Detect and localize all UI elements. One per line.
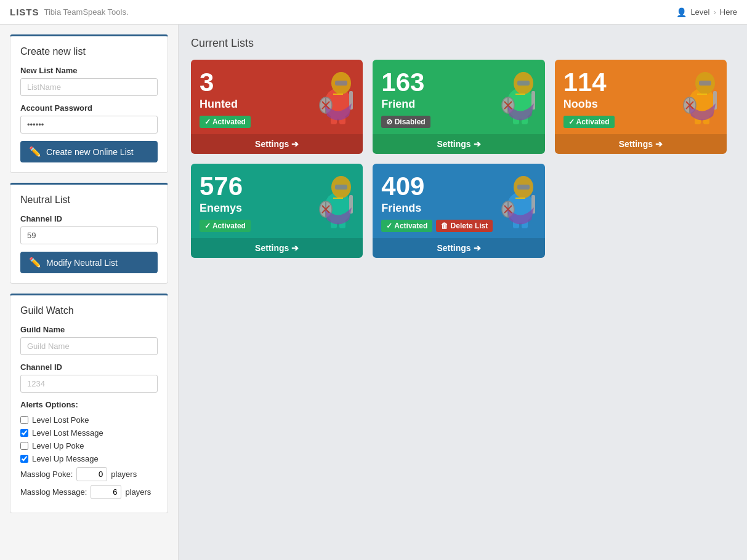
checkbox-lvl-up-msg[interactable] [20,455,28,463]
new-list-title: Create new list [20,46,158,57]
main-title: Current Lists [191,37,735,50]
card-footer-friend[interactable]: Settings ➔ [373,134,544,154]
sidebar: Create new list New List Name Account Pa… [0,25,179,560]
card-badges-friend: ⊘ Disabled [381,116,430,128]
header: LISTS Tibia TeamSpeak Tools. 👤 Level › H… [0,0,747,25]
card-name-enemys: Enemys [200,202,251,215]
card-footer-hunted[interactable]: Settings ➔ [191,134,363,154]
header-subtitle: Tibia TeamSpeak Tools. [44,7,129,17]
svg-rect-24 [699,81,711,86]
create-button-label: Create new Online List [46,147,134,157]
new-list-name-input[interactable] [20,78,158,96]
modify-neutral-list-button[interactable]: ✏️ Modify Neutral List [20,252,158,273]
card-left-noobs: 114 Noobs ✓ Activated [563,70,615,128]
card-left-enemys: 576 Enemys ✓ Activated [200,174,251,232]
neutral-channel-label: Channel ID [20,214,158,223]
card-warrior-friends [496,164,545,238]
guild-name-label: Guild Name [20,325,158,334]
card-name-friend: Friend [381,98,430,111]
badge-activated-friends: ✓ Activated [381,220,432,232]
card-body-enemys: 576 Enemys ✓ Activated [191,164,363,238]
checkbox-group-lvl-up-poke: Level Up Poke [20,441,158,450]
card-name-noobs: Noobs [563,98,615,111]
card-count-noobs: 114 [563,70,615,95]
checkbox-lvl-lost-msg[interactable] [20,429,28,437]
neutral-channel-input[interactable] [20,226,158,244]
card-warrior-enemys [313,164,363,238]
guild-channel-input[interactable] [20,375,158,393]
layout: Create new list New List Name Account Pa… [0,25,747,560]
neutral-list-section: Neutral List Channel ID ✏️ Modify Neutra… [10,183,168,284]
card-body-friend: 163 Friend ⊘ Disabled [373,60,544,134]
header-lists-label: LISTS [10,7,39,17]
checkbox-group-lvl-lost-poke: Level Lost Poke [20,415,158,425]
neutral-list-title: Neutral List [20,194,158,206]
checkbox-label-lvl-up-poke: Level Up Poke [32,441,84,450]
badge-activated-noobs: ✓ Activated [563,116,615,128]
card-count-enemys: 576 [200,174,251,199]
card-body-noobs: 114 Noobs ✓ Activated [555,60,727,134]
guild-channel-label: Channel ID [20,362,158,372]
card-name-hunted: Hunted [200,98,251,111]
create-online-list-button[interactable]: ✏️ Create new Online List [20,141,158,162]
card-friend[interactable]: 163 Friend ⊘ Disabled Settings ➔ [373,60,544,154]
masslog-poke-input[interactable] [76,467,107,481]
masslog-msg-input[interactable] [91,485,121,499]
checkbox-lvl-lost-poke[interactable] [20,416,28,424]
masslog-msg-label: Masslog Message: [20,487,87,497]
masslog-poke-players: players [111,470,137,479]
header-right: 👤 Level › Here [676,7,737,17]
card-name-friends: Friends [381,202,493,215]
checkbox-label-lvl-up-msg: Level Up Message [32,454,99,463]
masslog-msg-players: players [125,487,151,497]
cards-grid: 3 Hunted ✓ Activated Settings ➔ [191,60,727,258]
card-left-friend: 163 Friend ⊘ Disabled [381,70,430,128]
checkbox-label-lvl-lost-poke: Level Lost Poke [32,415,89,425]
card-friends[interactable]: 409 Friends ✓ Activated🗑 Delete List [373,164,544,258]
card-badges-enemys: ✓ Activated [200,220,251,232]
card-warrior-friend [496,60,545,134]
new-list-password-group: Account Password [20,103,158,134]
svg-rect-13 [517,81,530,86]
svg-rect-46 [517,185,530,190]
svg-rect-2 [335,81,347,86]
card-footer-noobs[interactable]: Settings ➔ [555,134,727,154]
card-left-friends: 409 Friends ✓ Activated🗑 Delete List [381,174,493,232]
header-level: Level [690,7,709,17]
guild-name-group: Guild Name [20,325,158,355]
card-left-hunted: 3 Hunted ✓ Activated [200,70,251,128]
card-enemys[interactable]: 576 Enemys ✓ Activated Settings ➔ [191,164,363,258]
card-footer-enemys[interactable]: Settings ➔ [191,238,363,258]
guild-watch-section: Guild Watch Guild Name Channel ID Alerts… [10,294,168,513]
card-hunted[interactable]: 3 Hunted ✓ Activated Settings ➔ [191,60,363,154]
modify-button-label: Modify Neutral List [46,258,118,268]
masslog-poke-row: Masslog Poke: players [20,467,158,481]
checkbox-group-lvl-lost-msg: Level Lost Message [20,428,158,438]
card-badges-hunted: ✓ Activated [200,116,251,128]
edit-icon: ✏️ [29,146,41,158]
neutral-channel-group: Channel ID [20,214,158,244]
new-list-section: Create new list New List Name Account Pa… [10,34,168,173]
card-body-friends: 409 Friends ✓ Activated🗑 Delete List [373,164,544,238]
badge-delete-friends[interactable]: 🗑 Delete List [436,220,493,232]
card-count-hunted: 3 [200,70,251,95]
checkbox-group-lvl-up-msg: Level Up Message [20,454,158,463]
new-list-password-input[interactable] [20,116,158,134]
masslog-poke-label: Masslog Poke: [20,470,73,479]
card-noobs[interactable]: 114 Noobs ✓ Activated Settings ➔ [555,60,727,154]
checkbox-lvl-up-poke[interactable] [20,442,28,450]
header-sep: › [713,7,716,17]
card-warrior-noobs [677,60,727,134]
badge-activated-hunted: ✓ Activated [200,116,251,128]
header-here: Here [720,7,737,17]
card-footer-friends[interactable]: Settings ➔ [373,238,544,258]
header-left: LISTS Tibia TeamSpeak Tools. [10,7,129,17]
card-badges-friends: ✓ Activated🗑 Delete List [381,220,493,232]
masslog-msg-row: Masslog Message: players [20,485,158,499]
svg-rect-35 [335,185,347,190]
main-content: Current Lists 3 Hunted ✓ Activated [179,25,747,560]
guild-name-input[interactable] [20,337,158,355]
card-badges-noobs: ✓ Activated [563,116,615,128]
guild-watch-title: Guild Watch [20,305,158,316]
checkboxes-container: Level Lost PokeLevel Lost MessageLevel U… [20,415,158,463]
